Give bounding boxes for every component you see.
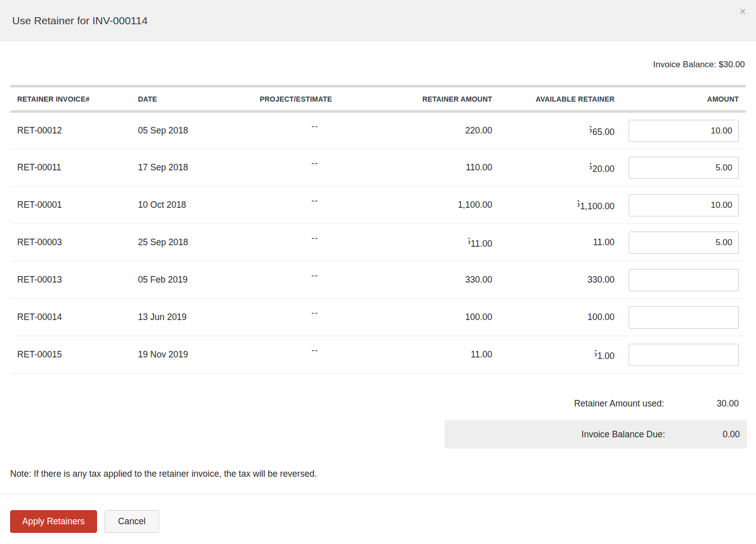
- clipped-currency-sliver: [590, 124, 592, 135]
- amount-input[interactable]: [629, 194, 739, 216]
- invoice-balance-due-label: Invoice Balance Due:: [582, 429, 665, 440]
- amount-cell: [621, 149, 746, 187]
- available-retainer-cell: 65.00: [498, 112, 621, 149]
- available-retainer-cell: 330.00: [498, 261, 621, 299]
- retainer-amount-cell: 220.00: [376, 112, 498, 149]
- modal-body: Invoice Balance: $30.00 RETAINER INVOICE…: [0, 60, 756, 479]
- retainer-date: 05 Feb 2019: [132, 261, 254, 299]
- retainer-date: 19 Nov 2019: [132, 336, 254, 374]
- retainer-date: 05 Sep 2018: [132, 112, 254, 149]
- project-estimate-cell: --: [254, 299, 376, 336]
- table-row: RET-00015 19 Nov 2019 -- 11.00 1.00: [10, 336, 746, 374]
- project-estimate-cell: --: [254, 149, 376, 187]
- table-row: RET-00012 05 Sep 2018 -- 220.00 65.00: [10, 112, 746, 149]
- amount-input[interactable]: [629, 306, 739, 329]
- amount-cell: [621, 299, 746, 336]
- col-header-retainer-amount: RETAINER AMOUNT: [376, 86, 498, 112]
- table-row: RET-00001 10 Oct 2018 -- 1,100.00 1,100.…: [10, 187, 746, 224]
- project-estimate-cell: --: [254, 336, 376, 374]
- retainer-amount-cell: 100.00: [376, 299, 498, 336]
- amount-cell: [621, 261, 746, 299]
- table-row: RET-00003 25 Sep 2018 -- 11.00 11.00: [10, 224, 746, 261]
- retainer-date: 10 Oct 2018: [132, 187, 254, 224]
- project-estimate-cell: --: [254, 112, 376, 149]
- project-estimate-cell: --: [254, 187, 376, 224]
- close-icon[interactable]: ×: [739, 6, 746, 17]
- amount-input[interactable]: [629, 232, 739, 254]
- retainer-invoice-number: RET-00014: [10, 299, 132, 336]
- retainer-amount-cell: 11.00: [376, 336, 498, 374]
- cancel-button[interactable]: Cancel: [105, 510, 159, 533]
- retainer-table: RETAINER INVOICE# DATE PROJECT/ESTIMATE …: [10, 85, 746, 374]
- col-header-amount: AMOUNT: [621, 86, 746, 112]
- retainer-invoice-number: RET-00001: [10, 187, 132, 224]
- amount-cell: [621, 336, 746, 374]
- clipped-currency-sliver: [578, 199, 580, 209]
- col-header-project-estimate: PROJECT/ESTIMATE: [254, 86, 376, 112]
- retainer-amount-cell: 11.00: [376, 224, 498, 261]
- amount-input[interactable]: [629, 120, 739, 142]
- table-row: RET-00011 17 Sep 2018 -- 110.00 20.00: [10, 149, 746, 187]
- retainer-date: 13 Jun 2019: [132, 299, 254, 336]
- retainer-amount-used-label: Retainer Amount used:: [574, 398, 664, 409]
- tax-note: Note: If there is any tax applied to the…: [10, 469, 746, 479]
- invoice-balance: Invoice Balance: $30.00: [10, 60, 746, 70]
- available-retainer-cell: 11.00: [498, 224, 621, 261]
- retainer-invoice-number: RET-00011: [10, 149, 132, 187]
- clipped-currency-sliver: [595, 348, 597, 359]
- amount-input[interactable]: [629, 269, 739, 291]
- clipped-currency-sliver: [468, 236, 470, 247]
- retainer-amount-cell: 330.00: [376, 261, 498, 299]
- amount-input[interactable]: [629, 157, 739, 179]
- amount-cell: [621, 112, 746, 149]
- available-retainer-cell: 20.00: [498, 149, 621, 187]
- modal-footer: Apply Retainers Cancel: [0, 494, 756, 544]
- retainer-amount-used-value: 30.00: [664, 398, 745, 409]
- col-header-available-retainer: AVAILABLE RETAINER: [498, 86, 621, 112]
- amount-cell: [621, 187, 746, 224]
- amount-input[interactable]: [629, 344, 739, 366]
- retainer-amount-cell: 1,100.00: [376, 187, 498, 224]
- retainer-date: 17 Sep 2018: [132, 149, 254, 187]
- clipped-currency-sliver: [590, 161, 592, 172]
- retainer-invoice-number: RET-00013: [10, 261, 132, 299]
- retainer-amount-cell: 110.00: [376, 149, 498, 187]
- available-retainer-cell: 1,100.00: [498, 187, 621, 224]
- invoice-balance-due-row: Invoice Balance Due: 0.00: [445, 420, 747, 448]
- retainer-date: 25 Sep 2018: [132, 224, 254, 261]
- retainer-invoice-number: RET-00012: [10, 112, 132, 149]
- totals-section: Retainer Amount used: 30.00 Invoice Bala…: [10, 392, 746, 448]
- table-row: RET-00013 05 Feb 2019 -- 330.00 330.00: [10, 261, 746, 299]
- amount-cell: [621, 224, 746, 261]
- project-estimate-cell: --: [254, 224, 376, 261]
- apply-retainers-button[interactable]: Apply Retainers: [10, 510, 97, 533]
- available-retainer-cell: 100.00: [498, 299, 621, 336]
- table-header-row: RETAINER INVOICE# DATE PROJECT/ESTIMATE …: [10, 86, 746, 112]
- invoice-balance-due-value: 0.00: [665, 429, 746, 440]
- retainer-invoice-number: RET-00003: [10, 224, 132, 261]
- modal-header: Use Retainer for INV-000114 ×: [0, 0, 756, 41]
- retainer-amount-used-row: Retainer Amount used: 30.00: [10, 392, 746, 415]
- col-header-date: DATE: [132, 86, 254, 112]
- retainer-invoice-number: RET-00015: [10, 336, 132, 374]
- project-estimate-cell: --: [254, 261, 376, 299]
- col-header-retainer-invoice: RETAINER INVOICE#: [10, 86, 132, 112]
- available-retainer-cell: 1.00: [498, 336, 621, 374]
- table-row: RET-00014 13 Jun 2019 -- 100.00 100.00: [10, 299, 746, 336]
- modal-title: Use Retainer for INV-000114: [12, 15, 148, 27]
